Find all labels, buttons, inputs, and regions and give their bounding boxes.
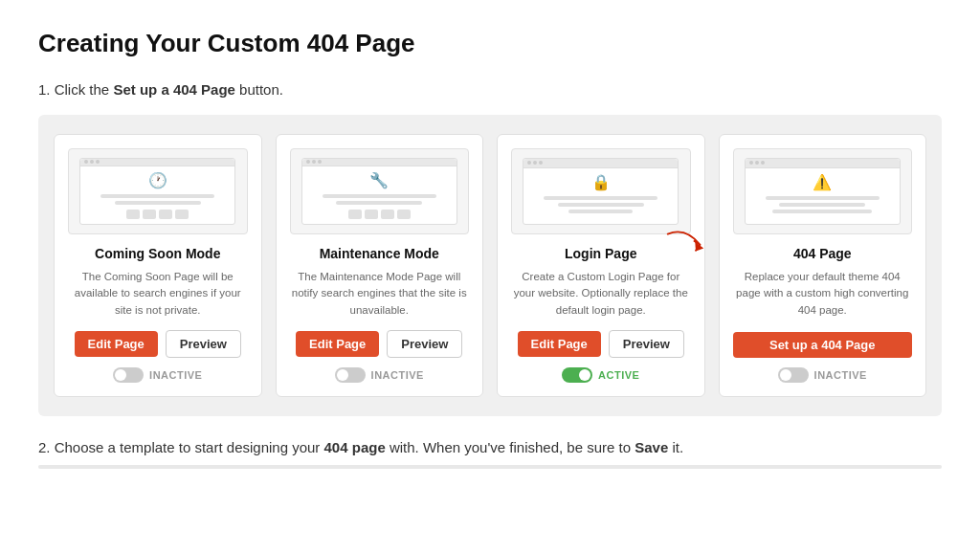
- login-desc: Create a Custom Login Page for your webs…: [511, 269, 691, 319]
- maintenance-edit-button[interactable]: Edit Page: [296, 331, 379, 357]
- step-2-text: 2. Choose a template to start designing …: [38, 439, 942, 455]
- login-toggle[interactable]: [562, 367, 592, 383]
- cards-row: 🕐 Coming Soon Mode The Coming Soon Page …: [54, 134, 926, 397]
- coming-soon-edit-button[interactable]: Edit Page: [75, 331, 158, 357]
- login-status: ACTIVE: [562, 367, 639, 383]
- login-title: Login Page: [565, 246, 636, 261]
- login-card: 🔒 Login Page Create a Custom Login Page …: [497, 134, 705, 397]
- coming-soon-card: 🕐 Coming Soon Mode The Coming Soon Page …: [54, 134, 262, 397]
- clock-icon: 🕐: [148, 171, 167, 189]
- maintenance-title: Maintenance Mode: [320, 246, 439, 261]
- login-actions: Edit Page Preview: [518, 330, 684, 358]
- maintenance-desc: The Maintenance Mode Page will notify se…: [290, 269, 470, 319]
- svg-marker-0: [695, 242, 703, 252]
- 404-desc: Replace your default theme 404 page with…: [733, 269, 913, 321]
- step-1-text: 1. Click the Set up a 404 Page button.: [38, 81, 942, 98]
- login-preview: 🔒: [511, 148, 691, 234]
- setup-404-button[interactable]: Set up a 404 Page: [733, 332, 913, 358]
- 404-preview: ⚠️: [733, 148, 913, 234]
- lock-icon: 🔒: [591, 173, 611, 191]
- page-title: Creating Your Custom 404 Page: [38, 29, 942, 58]
- coming-soon-preview-button[interactable]: Preview: [166, 330, 241, 358]
- maintenance-status: INACTIVE: [335, 367, 424, 383]
- 404-status: INACTIVE: [778, 367, 867, 383]
- coming-soon-status: INACTIVE: [113, 367, 202, 383]
- bottom-divider: [38, 465, 942, 469]
- maintenance-preview-button[interactable]: Preview: [387, 330, 462, 358]
- coming-soon-actions: Edit Page Preview: [75, 330, 241, 358]
- warning-icon: ⚠️: [813, 173, 832, 191]
- 404-actions: Set up a 404 Page: [733, 332, 913, 358]
- wrench-icon: 🔧: [369, 171, 389, 189]
- coming-soon-title: Coming Soon Mode: [95, 246, 220, 261]
- login-edit-button[interactable]: Edit Page: [518, 331, 601, 357]
- maintenance-preview: 🔧: [290, 148, 470, 234]
- cards-panel: 🕐 Coming Soon Mode The Coming Soon Page …: [38, 115, 942, 416]
- coming-soon-preview: 🕐: [68, 148, 248, 234]
- maintenance-card: 🔧 Maintenance Mode The Maintenance Mode …: [276, 134, 484, 397]
- login-preview-button[interactable]: Preview: [609, 330, 684, 358]
- 404-card: ⚠️ 404 Page Replace your default theme 4…: [719, 134, 927, 397]
- coming-soon-desc: The Coming Soon Page will be available t…: [68, 269, 248, 319]
- coming-soon-toggle[interactable]: [113, 367, 144, 383]
- 404-toggle[interactable]: [778, 367, 809, 383]
- 404-title: 404 Page: [793, 246, 852, 261]
- maintenance-toggle[interactable]: [335, 367, 366, 383]
- maintenance-actions: Edit Page Preview: [296, 330, 462, 358]
